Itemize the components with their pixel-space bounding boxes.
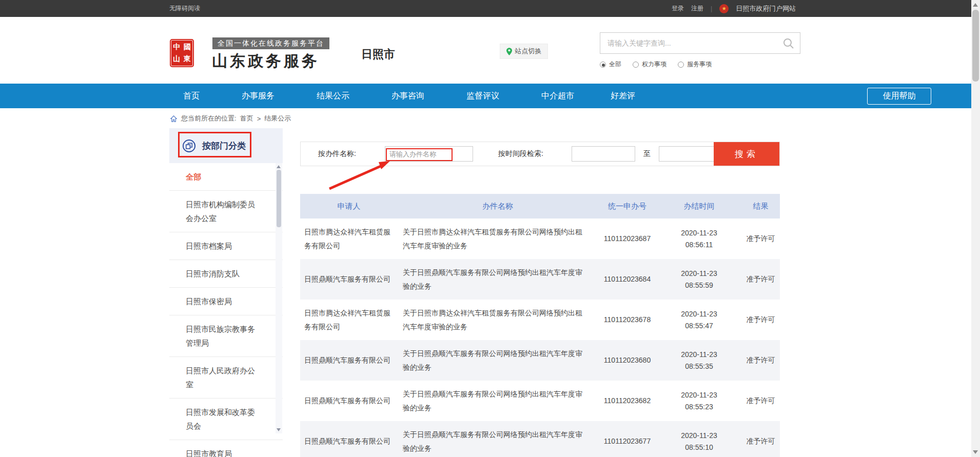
department-label: 日照市档案局 xyxy=(186,239,258,253)
department-item[interactable]: 日照市民族宗教事务管理局 xyxy=(169,315,283,357)
breadcrumb: 您当前所在的位置: 首页 > 结果公示 xyxy=(170,114,291,123)
scroll-down-icon[interactable] xyxy=(277,428,281,431)
cell-result: 准予许可 xyxy=(741,340,780,381)
cell-title: 关于日照鼎顺汽车服务有限公司网络预约出租汽车年度审验的业务 xyxy=(398,381,598,421)
site-title: 山东政务服务 xyxy=(212,51,320,72)
department-item[interactable]: 日照市消防支队 xyxy=(169,260,283,288)
site-header: 中國山東 全国一体化在线政务服务平台 山东政务服务 日照市 站点切换 全部 权力… xyxy=(0,17,971,84)
breadcrumb-prefix: 您当前所在的位置: xyxy=(181,114,237,123)
table-header-cell: 办结时间 xyxy=(657,194,741,218)
table-header: 申请人办件名称统一申办号办结时间结果 xyxy=(300,194,780,218)
topbar-right: 登录 注册 | ★ 日照市政府门户网站 xyxy=(672,4,796,13)
table-header-cell: 统一申办号 xyxy=(598,194,657,218)
filter-name-input[interactable] xyxy=(385,146,473,162)
breadcrumb-home-link[interactable]: 首页 xyxy=(240,114,253,123)
radio-icon[interactable] xyxy=(600,62,606,68)
seal-char: 山 xyxy=(173,54,180,64)
nav-item[interactable]: 结果公示 xyxy=(296,84,370,108)
department-label: 日照市人民政府办公室 xyxy=(186,364,258,391)
cell-finish-time: 2020-11-2308:55:35 xyxy=(657,340,741,381)
department-label: 日照市消防支队 xyxy=(186,267,258,281)
scroll-up-icon[interactable] xyxy=(277,165,281,168)
national-emblem-icon: ★ xyxy=(719,4,729,13)
filter-time-end-input[interactable] xyxy=(659,146,722,162)
department-list: 全部 日照市机构编制委员会办公室 日照市档案局 日照市消防支队 日照市保密局 日… xyxy=(169,163,283,457)
radio-option[interactable]: 权力事项 xyxy=(633,60,667,69)
radio-option[interactable]: 服务事项 xyxy=(678,60,712,69)
table-header-cell: 申请人 xyxy=(300,194,398,218)
department-item[interactable]: 日照市发展和改革委员会 xyxy=(169,399,283,440)
login-link[interactable]: 登录 xyxy=(672,4,684,13)
department-item[interactable]: 日照市人民政府办公室 xyxy=(169,357,283,399)
cell-title: 关于日照鼎顺汽车服务有限公司网络预约出租汽车年度审验的业务 xyxy=(398,340,598,381)
page-scroll-up-icon[interactable] xyxy=(973,3,978,7)
cell-result: 准予许可 xyxy=(741,300,780,340)
cell-title: 关于日照市腾达众祥汽车租赁服务有限公司网络预约出租汽车年度审验的业务 xyxy=(398,218,598,259)
cell-serial: 110112023677 xyxy=(598,421,657,457)
topbar-divider: | xyxy=(711,5,712,12)
sidebar-scrollbar[interactable] xyxy=(276,163,282,433)
nav-items: 首页办事服务结果公示办事咨询监督评议中介超市好差评 xyxy=(162,84,651,108)
cell-serial: 110112023684 xyxy=(598,259,657,300)
cell-serial: 110112023682 xyxy=(598,381,657,421)
page-scrollbar[interactable] xyxy=(971,0,980,457)
search-icon[interactable] xyxy=(782,37,795,50)
portal-link[interactable]: 日照市政府门户网站 xyxy=(736,4,796,13)
cell-result: 准予许可 xyxy=(741,421,780,457)
page-scroll-thumb[interactable] xyxy=(972,10,979,82)
department-item[interactable]: 日照市教育局 xyxy=(169,440,283,457)
site-switch-label: 站点切换 xyxy=(515,47,542,56)
department-item[interactable]: 日照市机构编制委员会办公室 xyxy=(169,191,283,232)
nav-item[interactable]: 监督评议 xyxy=(445,84,520,108)
search-button[interactable]: 搜索 xyxy=(714,142,779,166)
page-scroll-down-icon[interactable] xyxy=(973,450,978,454)
sidebar-header: 按部门分类 xyxy=(169,128,283,163)
table-row[interactable]: 日照市腾达众祥汽车租赁服务有限公司 关于日照市腾达众祥汽车租赁服务有限公司网络预… xyxy=(300,218,780,259)
radio-label: 全部 xyxy=(609,60,621,69)
help-button[interactable]: 使用帮助 xyxy=(867,88,931,105)
department-item[interactable]: 全部 xyxy=(169,163,283,191)
cell-serial: 110112023687 xyxy=(598,218,657,259)
nav-item[interactable]: 办事咨询 xyxy=(370,84,445,108)
shandong-seal-logo: 中國山東 xyxy=(170,39,194,67)
radio-icon[interactable] xyxy=(678,62,684,68)
accessibility-link[interactable]: 无障碍阅读 xyxy=(169,4,200,13)
filter-time-start-input[interactable] xyxy=(572,146,635,162)
radio-icon[interactable] xyxy=(633,62,639,68)
table-row[interactable]: 日照鼎顺汽车服务有限公司 关于日照鼎顺汽车服务有限公司网络预约出租汽车年度审验的… xyxy=(300,340,780,381)
breadcrumb-current[interactable]: 结果公示 xyxy=(264,114,291,123)
nav-item[interactable]: 好差评 xyxy=(595,84,651,108)
main-nav: 首页办事服务结果公示办事咨询监督评议中介超市好差评 使用帮助 xyxy=(0,84,971,108)
table-row[interactable]: 日照鼎顺汽车服务有限公司 关于日照鼎顺汽车服务有限公司网络预约出租汽车年度审验的… xyxy=(300,421,780,457)
cell-title: 关于日照市腾达众祥汽车租赁服务有限公司网络预约出租汽车年度审验的业务 xyxy=(398,300,598,340)
nav-item[interactable]: 中介超市 xyxy=(520,84,595,108)
department-label: 日照市机构编制委员会办公室 xyxy=(186,197,258,225)
cell-serial: 110112023680 xyxy=(598,340,657,381)
platform-badge: 全国一体化在线政务服务平台 xyxy=(212,37,329,49)
radio-label: 权力事项 xyxy=(642,60,667,69)
table-row[interactable]: 日照鼎顺汽车服务有限公司 关于日照鼎顺汽车服务有限公司网络预约出租汽车年度审验的… xyxy=(300,259,780,300)
radio-option[interactable]: 全部 xyxy=(600,60,621,69)
department-item[interactable]: 日照市档案局 xyxy=(169,232,283,260)
breadcrumb-separator: > xyxy=(257,115,261,123)
cell-result: 准予许可 xyxy=(741,381,780,421)
topbar: 无障碍阅读 登录 注册 | ★ 日照市政府门户网站 xyxy=(0,0,971,17)
seal-char: 東 xyxy=(184,54,191,64)
table-row[interactable]: 日照鼎顺汽车服务有限公司 关于日照鼎顺汽车服务有限公司网络预约出租汽车年度审验的… xyxy=(300,381,780,421)
department-label: 日照市民族宗教事务管理局 xyxy=(186,322,258,350)
department-item[interactable]: 日照市保密局 xyxy=(169,288,283,315)
cell-applicant: 日照鼎顺汽车服务有限公司 xyxy=(300,259,398,300)
keyword-search-input[interactable] xyxy=(600,33,800,53)
cell-applicant: 日照市腾达众祥汽车租赁服务有限公司 xyxy=(300,218,398,259)
register-link[interactable]: 注册 xyxy=(691,4,703,13)
nav-item[interactable]: 办事服务 xyxy=(221,84,296,108)
table-row[interactable]: 日照市腾达众祥汽车租赁服务有限公司 关于日照市腾达众祥汽车租赁服务有限公司网络预… xyxy=(300,300,780,340)
site-switch-button[interactable]: 站点切换 xyxy=(500,44,548,59)
table-header-cell: 办件名称 xyxy=(398,194,598,218)
cell-applicant: 日照鼎顺汽车服务有限公司 xyxy=(300,340,398,381)
nav-item[interactable]: 首页 xyxy=(162,84,221,108)
search-scope-radios: 全部 权力事项 服务事项 xyxy=(600,60,712,69)
scroll-thumb[interactable] xyxy=(277,170,281,227)
filter-bar: 按办件名称: 按时间段检索: 至 搜索 xyxy=(300,142,780,166)
cell-applicant: 日照鼎顺汽车服务有限公司 xyxy=(300,381,398,421)
